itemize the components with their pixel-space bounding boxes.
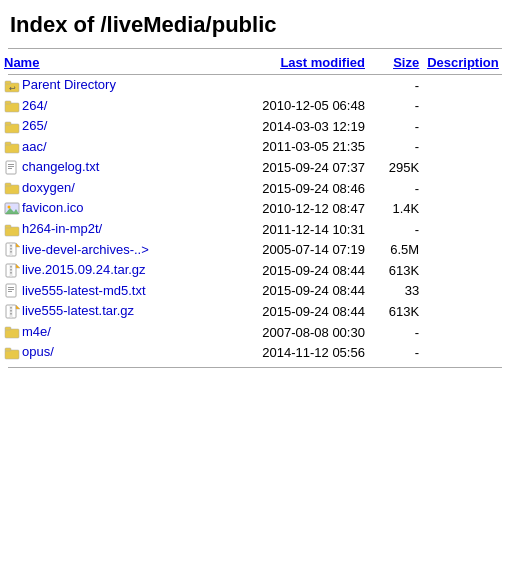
parent-icon: ↩ [4,78,20,94]
modified-date: 2015-09-24 08:44 [217,260,369,281]
file-link[interactable]: favicon.ico [22,200,83,215]
file-description [423,342,510,363]
svg-rect-40 [10,313,12,315]
sort-modified-link[interactable]: Last modified [280,55,365,70]
table-row: h264-in-mp2t/2011-12-14 10:31- [0,219,510,240]
svg-rect-4 [5,101,11,104]
file-link[interactable]: changelog.txt [22,159,99,174]
table-row: ↩ Parent Directory- [0,75,510,96]
image-icon [4,201,20,217]
file-description [423,116,510,137]
archive-icon [4,242,20,258]
file-description [423,75,510,96]
file-description [423,178,510,199]
table-row: changelog.txt2015-09-24 07:37295K [0,157,510,178]
svg-marker-31 [16,264,20,268]
file-size: - [369,137,423,158]
file-description [423,219,510,240]
table-row: live555-latest-md5.txt2015-09-24 08:4433 [0,281,510,302]
sort-name-link[interactable]: Name [4,55,39,70]
file-link[interactable]: 264/ [22,98,47,113]
file-link[interactable]: Parent Directory [22,77,116,92]
table-row: live.2015.09.24.tar.gz2015-09-24 08:4461… [0,260,510,281]
file-description [423,281,510,302]
col-header-description[interactable]: Description [423,51,510,74]
file-link[interactable]: doxygen/ [22,180,75,195]
file-link[interactable]: live-devel-archives-..> [22,242,149,257]
svg-rect-19 [5,225,11,228]
file-description [423,157,510,178]
folder-icon [4,180,20,196]
svg-rect-6 [5,122,11,125]
svg-rect-28 [10,266,12,268]
file-size: - [369,178,423,199]
footer-divider [8,367,502,368]
table-row: m4e/2007-08-08 00:30- [0,322,510,343]
folder-icon [4,139,20,155]
svg-text:↩: ↩ [9,84,16,93]
file-link[interactable]: aac/ [22,139,47,154]
modified-date: 2015-09-24 08:44 [217,301,369,322]
folder-icon [4,119,20,135]
file-link[interactable]: opus/ [22,344,54,359]
sort-desc-link[interactable]: Description [427,55,499,70]
table-row: live-devel-archives-..>2005-07-14 07:196… [0,240,510,261]
file-link[interactable]: live555-latest.tar.gz [22,303,134,318]
text-icon [4,160,20,176]
svg-rect-43 [5,327,11,330]
file-size: 295K [369,157,423,178]
svg-marker-41 [16,305,20,309]
file-description [423,260,510,281]
svg-rect-5 [5,124,19,133]
svg-marker-25 [16,243,20,247]
file-description [423,301,510,322]
col-header-size[interactable]: Size [369,51,423,74]
svg-rect-42 [5,329,19,338]
file-link[interactable]: live555-latest-md5.txt [22,283,146,298]
svg-rect-24 [10,251,12,253]
folder-icon [4,98,20,114]
file-table: Name Last modified Size Description ↩ Pa… [0,51,510,368]
modified-date: 2007-08-08 00:30 [217,322,369,343]
table-row: 265/2014-03-03 12:19- [0,116,510,137]
file-link[interactable]: m4e/ [22,324,51,339]
svg-rect-23 [10,248,12,250]
file-size: 33 [369,281,423,302]
modified-date: 2011-12-14 10:31 [217,219,369,240]
file-description [423,137,510,158]
folder-icon [4,222,20,238]
modified-date: 2015-09-24 08:46 [217,178,369,199]
svg-rect-30 [10,272,12,274]
svg-rect-29 [10,269,12,271]
file-size: - [369,75,423,96]
file-size: - [369,342,423,363]
svg-rect-38 [10,307,12,309]
file-size: - [369,96,423,117]
svg-rect-8 [5,142,11,145]
svg-rect-9 [6,161,16,174]
file-description [423,96,510,117]
svg-rect-13 [5,185,19,194]
svg-rect-7 [5,144,19,153]
table-row: live555-latest.tar.gz2015-09-24 08:44613… [0,301,510,322]
modified-date: 2014-03-03 12:19 [217,116,369,137]
file-size: 1.4K [369,198,423,219]
modified-date: 2010-12-05 06:48 [217,96,369,117]
page-title: Index of /liveMedia/public [0,0,510,48]
table-row: aac/2011-03-05 21:35- [0,137,510,158]
file-size: - [369,322,423,343]
svg-rect-11 [8,166,14,167]
svg-rect-44 [5,350,19,359]
file-link[interactable]: 265/ [22,118,47,133]
col-header-name[interactable]: Name [0,51,217,74]
file-link[interactable]: h264-in-mp2t/ [22,221,102,236]
table-row: 264/2010-12-05 06:48- [0,96,510,117]
top-divider [8,48,502,49]
svg-rect-12 [8,168,12,169]
svg-rect-18 [5,227,19,236]
col-header-modified[interactable]: Last modified [217,51,369,74]
svg-rect-10 [8,164,14,165]
file-description [423,198,510,219]
file-link[interactable]: live.2015.09.24.tar.gz [22,262,146,277]
sort-size-link[interactable]: Size [393,55,419,70]
